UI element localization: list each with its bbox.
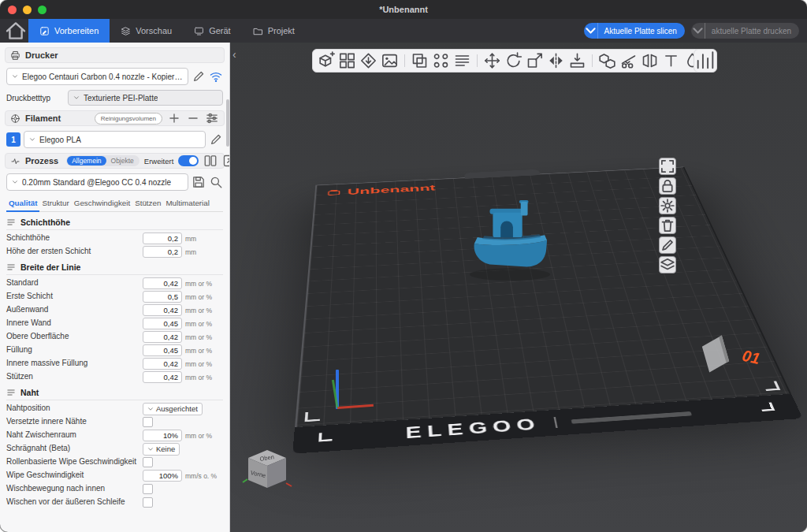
text-icon[interactable] (661, 51, 681, 70)
delete-plate-icon[interactable] (659, 217, 676, 234)
setting-checkbox[interactable] (143, 484, 153, 494)
rotate-icon[interactable] (504, 51, 523, 70)
layer-list-icon[interactable] (452, 51, 472, 70)
close-button[interactable] (8, 6, 17, 14)
remove-filament-icon[interactable] (186, 111, 200, 125)
advanced-toggle[interactable] (178, 155, 199, 166)
tab-device[interactable]: Gerät (183, 19, 242, 43)
slice-button-label: Aktuelle Platte slicen (598, 27, 685, 35)
setting-input[interactable]: 0,42 (143, 304, 182, 316)
wifi-icon[interactable] (209, 69, 223, 84)
filament-settings-icon[interactable] (205, 111, 219, 125)
process-tab[interactable]: Stützen (132, 195, 163, 211)
setting-row: Außenwand0,42mm or % (6, 303, 223, 317)
toolbar-separator (404, 54, 405, 67)
bed-type-row: Druckbetttyp Texturierte PEI-Platte (6, 90, 223, 106)
setting-input[interactable]: 0,2 (143, 233, 182, 244)
process-tab[interactable]: Geschwindigkeit (72, 195, 132, 211)
import-image-icon[interactable] (380, 51, 400, 70)
tab-prepare[interactable]: Vorbereiten (28, 19, 110, 43)
compare-presets-icon[interactable] (203, 154, 218, 168)
orientation-cube[interactable]: Oben Vorne (241, 441, 293, 493)
setting-input[interactable]: 100% (143, 470, 182, 482)
scope-segment[interactable]: Allgemein (67, 156, 106, 166)
rename-plate-icon[interactable] (659, 236, 676, 254)
bed-type-select[interactable]: Texturierte PEI-Platte (68, 90, 223, 106)
plate-settings-icon[interactable] (659, 197, 676, 214)
process-tab[interactable]: Multimaterial (163, 195, 212, 211)
scope-segment[interactable]: Objekte (106, 156, 139, 166)
edit-printer-icon[interactable] (192, 69, 206, 84)
benchy-model[interactable] (463, 200, 556, 282)
setting-input[interactable]: 0,42 (143, 371, 182, 383)
setting-checkbox[interactable] (143, 457, 153, 467)
setting-input[interactable]: 0,2 (143, 246, 182, 258)
print-dropdown-icon[interactable] (691, 23, 705, 39)
home-button[interactable] (3, 19, 28, 43)
setting-unit: mm or % (185, 333, 221, 341)
settings-group-header: Breite der Linie (6, 259, 223, 275)
setting-input[interactable]: 0,5 (143, 291, 182, 303)
add-object-icon[interactable] (316, 51, 336, 70)
edit-filament-icon[interactable] (209, 132, 223, 147)
slice-dropdown-icon[interactable] (584, 23, 598, 39)
minimize-button[interactable] (23, 6, 32, 14)
plate-list-icon[interactable] (659, 256, 676, 273)
process-profile-select[interactable]: 0.20mm Standard @Elegoo CC 0.4 nozzle (6, 173, 188, 191)
tab-project[interactable]: Projekt (242, 19, 306, 43)
array-icon[interactable] (431, 51, 451, 70)
fullscreen-button[interactable] (38, 6, 46, 14)
setting-input[interactable]: 10% (143, 430, 182, 441)
lay-on-face-icon[interactable] (567, 51, 587, 70)
setting-select[interactable]: Keine (143, 443, 180, 456)
slice-plate-button[interactable]: Aktuelle Platte slicen (584, 23, 685, 39)
setting-input[interactable]: 0,42 (143, 358, 182, 370)
group-icon (6, 388, 16, 397)
brand-subtext (571, 411, 692, 424)
search-settings-icon[interactable] (209, 175, 223, 189)
nav-tabs: VorbereitenVorschauGerätProjekt (28, 19, 306, 43)
setting-input[interactable]: 0,42 (143, 277, 182, 289)
setting-select[interactable]: Ausgerichtet (143, 403, 203, 415)
process-tab[interactable]: Struktur (39, 195, 71, 211)
scale-icon[interactable] (525, 51, 545, 70)
split-icon[interactable] (640, 51, 660, 70)
chevron-down-icon (147, 446, 154, 452)
tab-preview[interactable]: Vorschau (110, 19, 183, 43)
mirror-icon[interactable] (546, 51, 566, 70)
setting-checkbox[interactable] (143, 417, 153, 427)
clone-icon[interactable] (410, 51, 430, 70)
window-title: *Unbenannt (0, 5, 807, 14)
setting-input[interactable]: 0,45 (143, 318, 182, 329)
group-icon (6, 218, 16, 227)
lock-plate-icon[interactable] (659, 177, 676, 195)
settings-list: SchichthöheSchichthöhe0,2mmHöhe der erst… (5, 212, 225, 532)
collapse-sidebar-icon[interactable]: ‹ (232, 49, 236, 60)
variable-layer-height-button[interactable] (694, 49, 717, 73)
sidebar-scrollbar[interactable] (226, 99, 229, 147)
printer-select[interactable]: Elegoo Centauri Carbon 0.4 nozzle - Kopi… (6, 68, 188, 85)
plate-name-tag[interactable]: Unbenannt (325, 183, 436, 198)
print-plate-button[interactable]: aktuelle Platte drucken (691, 23, 799, 39)
setting-input[interactable]: 0,42 (143, 331, 182, 343)
cut-icon[interactable] (619, 51, 638, 70)
filament-section-header: Filament Reinigungsvolumen (5, 110, 225, 126)
flushing-volumes-button[interactable]: Reinigungsvolumen (95, 113, 162, 125)
setting-input[interactable]: 0,45 (143, 344, 182, 356)
filament-select[interactable]: Elegoo PLA (24, 131, 206, 148)
filament-row: 1 Elegoo PLA (6, 131, 223, 148)
plate-name-text: Unbenannt (348, 183, 437, 197)
assembly-icon[interactable] (597, 51, 617, 70)
add-filament-icon[interactable] (167, 111, 181, 125)
scale-plate-icon[interactable] (659, 158, 676, 175)
preview-icon (121, 26, 131, 36)
viewport-3d[interactable]: ‹ Unbenannt ELEGOO (230, 43, 807, 532)
move-icon[interactable] (482, 51, 502, 70)
advanced-label: Erweitert (144, 157, 173, 166)
open-settings-icon[interactable] (222, 154, 230, 168)
plate-name-icon (326, 188, 342, 196)
setting-checkbox[interactable] (143, 497, 153, 508)
process-tab[interactable]: Qualität (6, 195, 39, 212)
arrange-icon[interactable] (337, 51, 357, 70)
auto-orient-icon[interactable] (359, 51, 378, 70)
